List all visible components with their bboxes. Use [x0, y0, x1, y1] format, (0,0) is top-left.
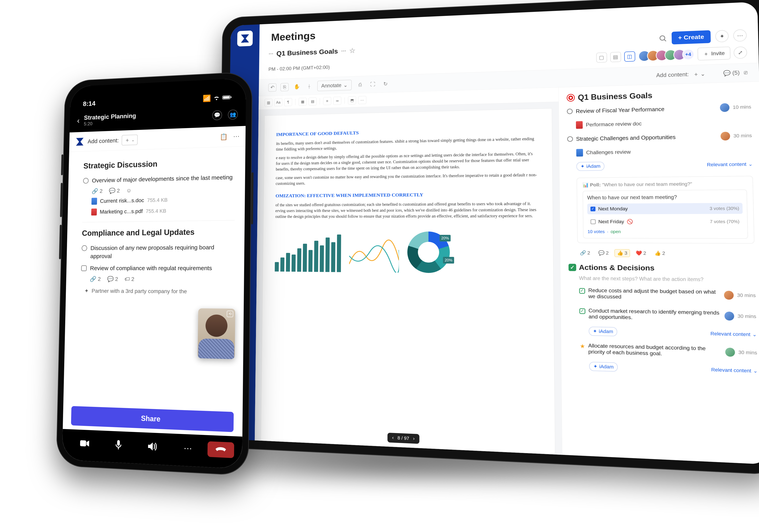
fmt-icon[interactable]: ≡ [323, 97, 331, 105]
scroll-icon[interactable]: ⎘ [280, 83, 289, 91]
add-content-plus[interactable]: ＋ ⌄ [693, 70, 706, 78]
radio-icon[interactable] [567, 108, 573, 114]
donut-slice-label: 20% [440, 235, 451, 242]
ai-suggestion[interactable]: ✦iAdam Relevant content⌄ [568, 159, 753, 172]
more-icon[interactable]: ⋯ [172, 442, 204, 454]
agenda-title: Q1 Business Goals [578, 91, 653, 102]
fmt-icon[interactable]: Aa [274, 98, 282, 106]
poll-option[interactable]: Next Friday🚫7 votes (70%) [587, 216, 743, 227]
poll-option[interactable]: Next Monday3 votes (30%) [587, 203, 742, 214]
invite-button[interactable]: ＋Invite [697, 47, 731, 60]
page-indicator[interactable]: ‹ 8 / 97 › [387, 433, 419, 444]
expand-icon[interactable]: ⤢ [734, 47, 747, 59]
more-button[interactable]: ⋯ [733, 29, 747, 42]
checkbox-icon[interactable] [81, 265, 87, 271]
hand-icon[interactable]: ✋ [293, 82, 301, 91]
heart-reaction[interactable]: ❤️ 2 [633, 249, 649, 257]
fmt-icon[interactable]: ⫘ [333, 96, 341, 105]
agenda-item[interactable]: Review of compliance with regulat requir… [81, 262, 234, 274]
view-doc-icon[interactable]: ▤ [610, 52, 621, 62]
view-split-icon[interactable]: ◫ [624, 51, 635, 62]
comments-icon[interactable]: 💬 (5) [723, 70, 739, 76]
video-pip[interactable]: ⟲ [198, 308, 235, 359]
checkbox-icon[interactable] [579, 308, 585, 314]
tablet-device: Meetings ⋯ Q1 Business Goals ⋯ ☆ + Creat… [216, 0, 759, 475]
search-icon[interactable] [659, 35, 667, 43]
mic-icon[interactable] [103, 439, 134, 451]
action-item[interactable]: ★ Allocate resources and budget accordin… [569, 340, 757, 361]
partner-suggestion[interactable]: ✦Partner with a 3rd party company for th… [81, 284, 234, 297]
view-single-icon[interactable]: ▢ [596, 52, 607, 63]
hangup-button[interactable] [207, 441, 234, 458]
star-icon[interactable]: ☆ [349, 47, 355, 55]
share-button[interactable]: Share [71, 406, 234, 432]
create-button[interactable]: + Create [671, 30, 711, 45]
radio-icon[interactable] [82, 245, 87, 251]
actions-title: Actions & Decisions [579, 263, 655, 272]
relevant-content-link[interactable]: Relevant content⌄ [710, 331, 757, 338]
settings-icon[interactable]: ⎚ [744, 69, 747, 76]
document-page[interactable]: IMPORTANCE OF GOOD DEFAULTS its benefits… [261, 108, 555, 455]
emoji-icon[interactable]: ☺ [126, 187, 132, 194]
relevant-content-link[interactable]: Relevant content⌄ [707, 162, 753, 168]
camera-switch-icon[interactable]: ⟲ [227, 311, 233, 317]
print-icon[interactable]: ⎙ [356, 80, 364, 89]
radio-icon[interactable] [83, 178, 89, 184]
tag-count[interactable]: 🏷 2 [125, 276, 135, 283]
fullscreen-icon[interactable]: ⛶ [369, 80, 377, 89]
comment-reaction[interactable]: 💬 2 [596, 249, 611, 257]
action-item[interactable]: Conduct market research to identify emer… [569, 305, 756, 325]
people-icon[interactable]: 👥 [228, 109, 238, 120]
fmt-icon[interactable]: ▤ [308, 97, 317, 105]
attachment-item[interactable]: Challenges review [567, 145, 752, 158]
agenda-item[interactable]: Discussion of any new proposals requirin… [81, 241, 234, 262]
agenda-item[interactable]: Review of Fiscal Year Performance 10 min… [567, 101, 751, 117]
add-content-button[interactable]: ＋⌄ [122, 134, 138, 145]
checkbox-icon[interactable] [579, 288, 585, 294]
app-logo [75, 136, 85, 147]
chat-icon[interactable]: 💬 [212, 110, 222, 120]
fmt-icon[interactable]: ¶ [284, 98, 292, 106]
action-item[interactable]: Reduce costs and adjust the budget based… [569, 285, 756, 304]
sparkle-button[interactable]: ✦ [715, 30, 729, 42]
link-count[interactable]: 🔗 2 [90, 276, 101, 283]
attachment-item[interactable]: Performace review doc [567, 116, 751, 130]
comment-count[interactable]: 💬 2 [109, 188, 120, 194]
link-reaction[interactable]: 🔗 2 [578, 249, 593, 257]
poll-question: When to have our next team meeting? [587, 194, 742, 201]
wifi-icon [213, 95, 220, 100]
next-page-icon[interactable]: › [413, 436, 415, 441]
ai-suggestion[interactable]: ✦iAdam Relevant content⌄ [570, 360, 758, 377]
fmt-icon[interactable]: ▥ [264, 98, 272, 107]
call-controls: ⋯ [62, 429, 242, 469]
agenda-item[interactable]: Strategic Challenges and Opportunities 3… [567, 130, 752, 145]
radio-icon[interactable] [567, 136, 573, 142]
like-reaction[interactable]: 👍 2 [652, 249, 668, 257]
avatar [720, 132, 730, 140]
undo-icon[interactable]: ↶ [268, 83, 276, 92]
speaker-icon[interactable] [138, 442, 168, 451]
doc-text: case, some users won't customize no matt… [276, 172, 539, 186]
more-icon[interactable]: ⋯ [341, 48, 346, 54]
fmt-icon[interactable]: ⬒ [348, 96, 356, 104]
rotate-icon[interactable]: ↻ [381, 79, 390, 88]
crop-icon[interactable]: ⟊ [305, 82, 313, 91]
more-icon[interactable]: ⋯ [233, 133, 240, 140]
thumbs-reaction[interactable]: 👍 3 [614, 249, 630, 257]
annotate-dropdown[interactable]: Annotate⌄ [317, 80, 352, 91]
camera-icon[interactable] [70, 439, 100, 447]
notes-icon[interactable]: 📋 [220, 133, 228, 140]
comment-count[interactable]: 💬 2 [107, 276, 118, 283]
prev-page-icon[interactable]: ‹ [392, 435, 394, 440]
link-count[interactable]: 🔗 2 [92, 188, 103, 194]
fmt-icon[interactable]: ⋯ [358, 96, 366, 104]
back-icon[interactable]: ‹ [77, 116, 80, 125]
fmt-icon[interactable]: ▦ [299, 97, 307, 106]
app-logo[interactable] [237, 30, 253, 47]
avatar-overflow[interactable]: +4 [682, 49, 694, 60]
star-icon: ★ [580, 343, 585, 355]
ai-suggestion[interactable]: ✦iAdam Relevant content⌄ [569, 325, 757, 340]
participant-avatars[interactable]: +4 [638, 49, 694, 62]
relevant-content-link[interactable]: Relevant content⌄ [711, 367, 758, 374]
donut-slice-label: 20% [443, 257, 454, 263]
